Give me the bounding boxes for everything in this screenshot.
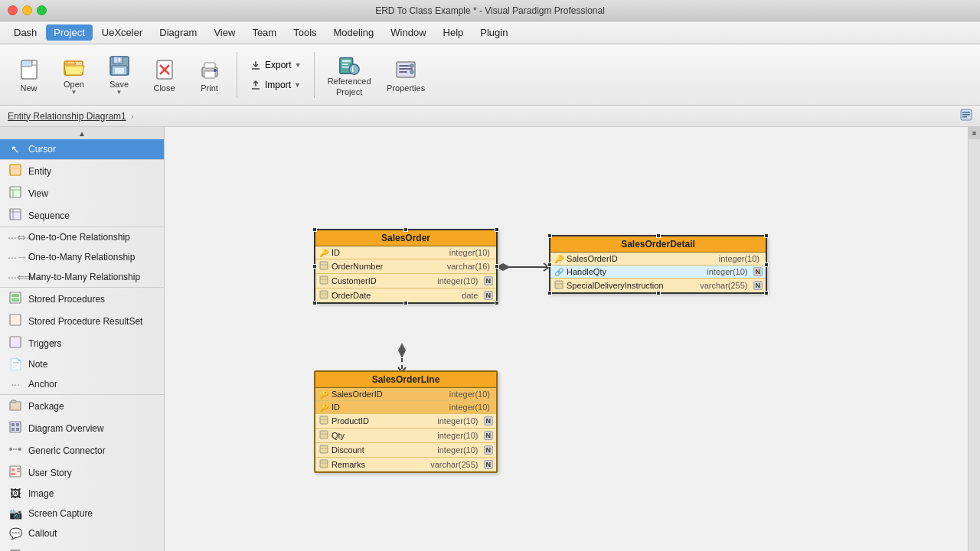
sidebar-item-rectangle[interactable]: Rectangle bbox=[0, 543, 164, 551]
generic-connector-icon bbox=[8, 443, 23, 458]
primary-key-icon-sol2: 🔑 bbox=[318, 403, 329, 412]
sidebar-item-package[interactable]: Package bbox=[0, 395, 164, 417]
breadcrumb-path[interactable]: Entity Relationship Diagram1 bbox=[8, 111, 126, 122]
sidebar-item-image[interactable]: 🖼 Image bbox=[0, 484, 164, 504]
sidebar-item-generic-connector[interactable]: Generic Connector bbox=[0, 439, 164, 461]
import-button[interactable]: Import ▼ bbox=[243, 77, 308, 93]
window-title: ERD To Class Example * - Visual Paradigm… bbox=[375, 5, 605, 16]
sidebar-item-callout[interactable]: 💬 Callout bbox=[0, 523, 164, 543]
properties-button[interactable]: Properties bbox=[381, 49, 431, 101]
sidebar-item-triggers[interactable]: Triggers bbox=[0, 332, 164, 354]
close-button[interactable]: Close bbox=[143, 49, 185, 101]
svg-rect-51 bbox=[11, 428, 15, 431]
menu-project[interactable]: Project bbox=[46, 24, 92, 41]
minimize-window-button[interactable] bbox=[22, 5, 32, 15]
sol-row-discount[interactable]: Discount integer(10) N bbox=[315, 443, 496, 458]
menu-uexceler[interactable]: UeXceler bbox=[94, 24, 150, 41]
referenced-project-button[interactable]: i Referenced Project bbox=[321, 49, 378, 101]
print-button[interactable]: Print bbox=[188, 49, 230, 101]
sidebar-item-stored-procedure-resultset[interactable]: Stored Procedure ResultSet bbox=[0, 310, 164, 332]
sidebar-item-entity[interactable]: Entity bbox=[0, 160, 164, 182]
export-button[interactable]: Export ▼ bbox=[243, 57, 308, 73]
rectangle-icon bbox=[8, 547, 23, 551]
svg-rect-38 bbox=[10, 209, 21, 220]
sidebar-item-cursor[interactable]: ↖ Cursor bbox=[0, 139, 164, 159]
cursor-icon: ↖ bbox=[8, 143, 23, 155]
scroll-right-icon[interactable]: ≡ bbox=[969, 127, 981, 139]
sidebar-item-one-to-many-label: One-to-Many Relationship bbox=[28, 252, 135, 262]
nullable-badge-sod: N bbox=[753, 267, 763, 276]
save-button[interactable]: Save ▼ bbox=[98, 49, 140, 101]
menu-diagram[interactable]: Diagram bbox=[152, 24, 204, 41]
svg-rect-45 bbox=[10, 337, 21, 347]
menu-window[interactable]: Window bbox=[383, 24, 433, 41]
sidebar-item-one-to-one[interactable]: ···⇔··· One-to-One Relationship bbox=[0, 227, 164, 247]
menu-dash[interactable]: Dash bbox=[6, 24, 44, 41]
sidebar-item-user-story[interactable]: User Story bbox=[0, 461, 164, 484]
sol-row-salesorderid[interactable]: 🔑 SalesOrderID integer(10) bbox=[315, 388, 496, 401]
menu-view[interactable]: View bbox=[206, 24, 243, 41]
stored-procedure-resultset-icon bbox=[8, 314, 23, 328]
sidebar-item-screen-capture-label: Screen Capture bbox=[28, 508, 93, 519]
sales-order-line-table[interactable]: SalesOrderLine 🔑 SalesOrderID integer(10… bbox=[314, 370, 498, 473]
sidebar-item-note[interactable]: 📄 Note bbox=[0, 354, 164, 374]
menu-tools[interactable]: Tools bbox=[286, 24, 324, 41]
svg-rect-28 bbox=[410, 70, 413, 73]
sidebar-scroll-up[interactable]: ▲ bbox=[0, 127, 164, 139]
column-icon-sol2 bbox=[318, 430, 329, 441]
screen-capture-icon: 📷 bbox=[8, 507, 23, 520]
sidebar-item-screen-capture[interactable]: 📷 Screen Capture bbox=[0, 504, 164, 523]
menu-modeling[interactable]: Modeling bbox=[326, 24, 382, 41]
stored-procedures-icon bbox=[8, 292, 23, 306]
maximize-window-button[interactable] bbox=[37, 5, 47, 15]
svg-rect-30 bbox=[962, 112, 970, 113]
window-controls[interactable] bbox=[8, 5, 47, 15]
open-label: Open bbox=[64, 80, 84, 89]
sales-order-detail-table[interactable]: SalesOrderDetail 🔑 SalesOrderID integer(… bbox=[549, 235, 767, 294]
sod-row-handleqty[interactable]: 🔗 HandleQty integer(10) N bbox=[550, 266, 766, 279]
diagram-canvas[interactable]: SalesOrder 🔑 ID integer(10) OrderNumber … bbox=[165, 127, 968, 551]
properties-label: Properties bbox=[387, 83, 425, 93]
sales-order-table[interactable]: SalesOrder 🔑 ID integer(10) OrderNumber … bbox=[314, 229, 498, 304]
primary-key-icon-sod: 🔑 bbox=[554, 255, 564, 263]
diagram-options-icon[interactable] bbox=[960, 109, 972, 121]
sol-row-id[interactable]: 🔑 ID integer(10) bbox=[315, 401, 496, 414]
svg-rect-82 bbox=[320, 445, 328, 453]
sol-row-qty[interactable]: Qty integer(10) N bbox=[315, 429, 496, 443]
diagram-overview-icon bbox=[8, 421, 23, 435]
sidebar-item-sequence[interactable]: Sequence bbox=[0, 204, 164, 227]
sales-order-row-customerid[interactable]: CustomerID integer(10) N bbox=[315, 274, 496, 289]
column-icon bbox=[318, 261, 329, 272]
sidebar-item-many-to-many[interactable]: ···⟺··· Many-to-Many Relationship bbox=[0, 267, 164, 287]
menu-team[interactable]: Team bbox=[244, 24, 284, 41]
sod-row-salesorderid[interactable]: 🔑 SalesOrderID integer(10) bbox=[550, 253, 766, 266]
sidebar-item-stored-procedures[interactable]: Stored Procedures bbox=[0, 288, 164, 310]
export-arrow-icon: ▼ bbox=[295, 61, 302, 69]
sales-order-row-ordernumber[interactable]: OrderNumber varchar(16) bbox=[315, 259, 496, 274]
sidebar-item-anchor[interactable]: ··· Anchor bbox=[0, 374, 164, 394]
entity-icon bbox=[8, 164, 23, 178]
sidebar-item-sequence-label: Sequence bbox=[28, 210, 70, 221]
svg-rect-42 bbox=[11, 294, 19, 297]
svg-rect-47 bbox=[11, 400, 16, 403]
sidebar-item-one-to-many[interactable]: ···→··· One-to-Many Relationship bbox=[0, 247, 164, 267]
import-arrow-icon: ▼ bbox=[294, 81, 301, 89]
sales-order-row-id[interactable]: 🔑 ID integer(10) bbox=[315, 246, 496, 259]
sidebar-item-view[interactable]: View bbox=[0, 182, 164, 204]
svg-rect-70 bbox=[320, 262, 328, 269]
menu-help[interactable]: Help bbox=[436, 24, 472, 41]
svg-rect-15 bbox=[204, 63, 215, 68]
new-button[interactable]: New bbox=[8, 49, 50, 101]
sol-row-productid[interactable]: ProductID integer(10) N bbox=[315, 414, 496, 429]
sidebar-item-diagram-overview[interactable]: Diagram Overview bbox=[0, 417, 164, 439]
sequence-icon bbox=[8, 208, 23, 223]
nullable-badge-2: N bbox=[484, 291, 494, 300]
toolbar-separator-1 bbox=[237, 52, 237, 98]
nullable-badge-sod2: N bbox=[753, 281, 763, 290]
open-button[interactable]: Open ▼ bbox=[53, 49, 95, 101]
close-window-button[interactable] bbox=[8, 5, 18, 15]
svg-rect-26 bbox=[399, 71, 407, 73]
sol-row-remarks[interactable]: Remarks varchar(255) N bbox=[315, 458, 496, 471]
menu-plugin[interactable]: Plugin bbox=[472, 24, 515, 41]
primary-key-icon: 🔑 bbox=[318, 249, 329, 257]
